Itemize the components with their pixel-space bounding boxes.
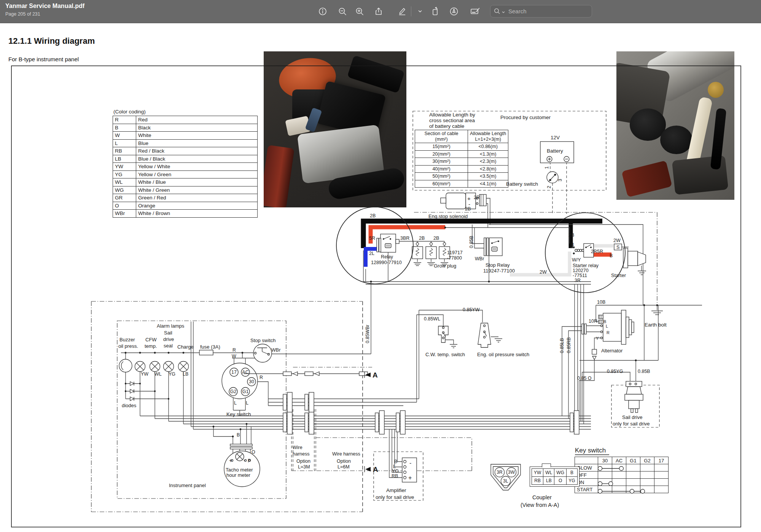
diagram-label: + — [408, 475, 412, 481]
search-input[interactable] — [508, 8, 581, 15]
diagram-label: 0.85RB — [566, 337, 572, 353]
cw-temp-switch-symbol — [438, 326, 457, 348]
table-cell: 50(mm²) — [415, 173, 468, 180]
diagram-label: YW — [141, 371, 148, 377]
table-row: 20(mm²)<1.3(m) — [415, 150, 508, 158]
table-header-cell: Section of cable(mm²) — [415, 130, 468, 143]
table-cell: RB — [113, 147, 136, 155]
diagram-label: Relay — [381, 254, 393, 260]
diagram-label: Wire harness — [332, 451, 360, 457]
coupler-pin-cell: B — [567, 469, 578, 477]
diagram-label: Stop Relay — [486, 262, 510, 268]
search-field[interactable] — [490, 5, 592, 18]
tacho-meter-symbol — [224, 444, 260, 487]
diagram-label: 0.85B — [469, 236, 474, 248]
thin-wires — [121, 225, 702, 478]
rotate-icon[interactable] — [429, 5, 442, 18]
pdf-viewer-window: Yanmar Service Manual.pdf Page 205 of 23… — [0, 0, 761, 532]
table-header-cell: 30 — [598, 457, 612, 464]
table-cell: <0.86(m) — [468, 143, 508, 151]
starter-relay-highlight-circle — [545, 213, 625, 293]
diagram-label: A — [373, 465, 378, 473]
diagram-label: drive — [163, 336, 174, 342]
table-row: RRed — [113, 116, 258, 124]
coupler-pin-cell: LB — [543, 477, 554, 485]
diagram-label: Alarm lamps — [157, 323, 185, 329]
table-header-cell: G1 — [626, 457, 640, 464]
color-coding-caption: (Color coding) — [113, 109, 258, 115]
table-cell: White / Brown — [136, 210, 258, 218]
starter-relay-symbol — [571, 244, 629, 257]
table-row: 50(mm²)<3.5(m) — [415, 173, 508, 180]
table-cell — [640, 486, 654, 493]
diagram-label: Eng. oil pressure switch — [477, 352, 529, 357]
zoom-out-icon[interactable] — [336, 5, 349, 18]
table-cell: Yellow / White — [136, 163, 258, 171]
zoom-in-icon[interactable] — [353, 5, 366, 18]
table-cell: Black — [136, 124, 258, 132]
table-cell: 20(mm²) — [415, 150, 468, 158]
alarm-lamp-symbols — [135, 362, 189, 372]
stop-relay-symbol — [484, 238, 502, 256]
table-cell: W — [113, 132, 136, 140]
table-cell — [575, 457, 598, 464]
diagram-label: 0.85YW — [463, 307, 480, 312]
info-icon[interactable] — [316, 5, 329, 18]
diagram-label: 120270 — [573, 268, 589, 273]
coupler-pin-cell: WG — [554, 469, 567, 477]
coupler-pin-label: 3R — [497, 470, 503, 475]
diagram-label: fuse (3A) — [200, 344, 220, 350]
diagram-label: B — [394, 459, 397, 464]
table-header-cell: G2 — [640, 457, 654, 464]
diagram-label: Tacho meter — [226, 467, 253, 473]
share-icon[interactable] — [372, 5, 385, 18]
diagram-label: 0.85YG — [607, 369, 623, 374]
diagram-label: AC — [242, 370, 248, 375]
table-cell — [612, 486, 626, 493]
diagram-label: 2B — [370, 213, 376, 218]
relay-highlight-circle — [336, 207, 413, 284]
diagram-label: WL — [154, 371, 162, 377]
key-switch-block: 30ACG1G217GLOWOFFONSTART — [575, 457, 669, 493]
diagram-label: 2R5R — [591, 249, 603, 254]
relay-symbol — [377, 234, 399, 252]
table-cell — [612, 464, 626, 471]
table-cell: 15(mm²) — [415, 143, 468, 151]
markup-icon[interactable] — [396, 5, 409, 18]
diagram-label: B — [603, 319, 606, 324]
diagram-label: 12V — [551, 135, 560, 140]
document-title: Yanmar Service Manual.pdf — [5, 3, 84, 10]
table-cell: <2.3(m) — [468, 158, 508, 166]
table-cell: YW — [113, 163, 136, 171]
form-fill-icon[interactable] — [469, 5, 482, 18]
coupler-pin-label: 3L — [503, 478, 508, 484]
key-switch-symbol — [222, 363, 258, 399]
table-cell: B — [113, 124, 136, 132]
header-line: Allowable Length — [470, 131, 506, 137]
diagram-label: L — [246, 400, 248, 406]
table-cell: WBr — [113, 210, 136, 218]
diagram-label: Starter relay — [573, 263, 599, 268]
diagram-label: only for sail drive — [613, 421, 650, 427]
header-line: Section of cable — [417, 131, 466, 137]
diagram-label: Amplifier — [386, 487, 406, 493]
diagram-label: (View from A-A) — [521, 502, 559, 508]
diagram-label: 0.85B — [638, 369, 650, 374]
diagram-label: L — [393, 464, 396, 469]
diagram-label: hour meter — [226, 472, 251, 478]
amplifier-symbol — [402, 458, 417, 482]
cable-title-line: Allowable Length by — [429, 112, 508, 118]
color-coding-table: RRedBBlackWWhiteLBlueRBRed / BlackLBBlue… — [113, 116, 258, 218]
diagram-label: W/Y — [572, 257, 581, 263]
battery-symbol — [540, 142, 574, 183]
diagram-label: Alternator — [601, 348, 623, 354]
diagram-label: YG — [169, 371, 175, 377]
table-cell — [626, 479, 640, 486]
annotate-icon[interactable] — [447, 5, 460, 18]
diagram-label: 2L — [369, 251, 374, 256]
table-cell — [598, 486, 612, 493]
diagram-label: Sail — [164, 330, 172, 336]
markup-dropdown-chevron-icon[interactable] — [414, 5, 427, 18]
table-row: LBlue — [113, 139, 258, 147]
coupler-table: YWWLWGBRBLBOYG — [532, 468, 578, 485]
